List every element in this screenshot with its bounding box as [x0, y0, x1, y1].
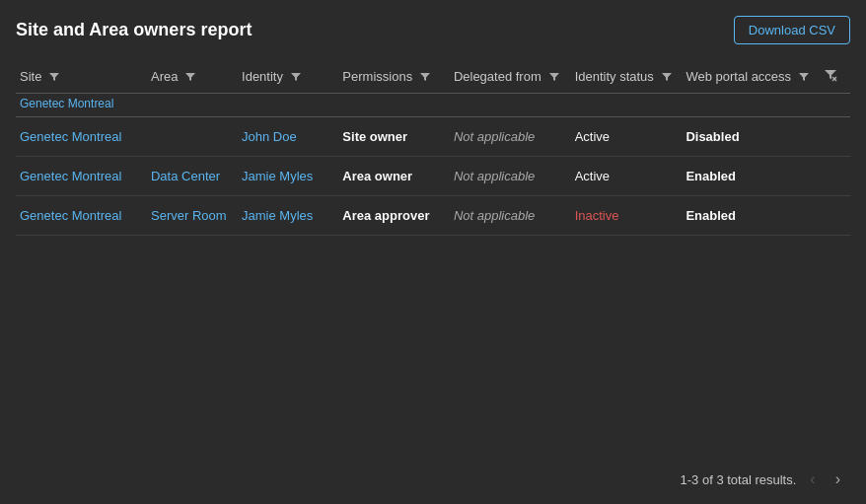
cell-delegated-from-0: Not applicable [450, 117, 571, 157]
table-header-row: Site Area [16, 60, 850, 94]
pagination-text: 1-3 of 3 total results. [681, 472, 797, 487]
col-header-clear-filters[interactable] [820, 60, 850, 94]
cell-permissions-0: Site owner [338, 117, 450, 157]
identity-link-2[interactable]: Jamie Myles [242, 208, 313, 223]
cell-web-portal-access-2: Enabled [682, 196, 820, 236]
col-header-area: Area [147, 60, 238, 94]
identity-status-filter-icon[interactable] [662, 72, 672, 82]
identity-link-1[interactable]: Jamie Myles [242, 169, 313, 183]
col-header-permissions: Permissions [338, 60, 450, 94]
web-portal-value-2: Enabled [686, 208, 736, 223]
cell-identity-status-0: Active [571, 117, 683, 157]
col-header-site: Site [16, 60, 147, 94]
cell-area-0 [147, 117, 238, 157]
table-row: Genetec Montreal Data Center Jamie Myles… [16, 157, 850, 196]
cell-site-1: Genetec Montreal [16, 157, 147, 196]
col-header-web-portal-access: Web portal access [682, 60, 820, 94]
area-link-1[interactable]: Data Center [151, 169, 220, 183]
cell-permissions-2: Area approver [338, 196, 450, 236]
table-wrapper: Site Area [16, 60, 850, 459]
owners-table: Site Area [16, 60, 850, 236]
clear-all-filters-icon[interactable] [824, 70, 837, 85]
site-link-1[interactable]: Genetec Montreal [20, 169, 121, 183]
cell-permissions-1: Area owner [338, 157, 450, 196]
cell-identity-1: Jamie Myles [238, 157, 338, 196]
cell-identity-0: John Doe [238, 117, 338, 157]
cell-delegated-from-2: Not applicable [450, 196, 571, 236]
identity-status-value-2: Inactive [575, 208, 619, 223]
cell-empty-2 [820, 196, 850, 236]
identity-status-value-1: Active [575, 169, 610, 183]
site-filter-icon[interactable] [49, 72, 59, 82]
delegated-filter-icon[interactable] [549, 72, 559, 82]
identity-link-0[interactable]: John Doe [242, 129, 297, 144]
cell-empty-1 [820, 157, 850, 196]
cell-identity-status-1: Active [571, 157, 683, 196]
cell-web-portal-access-0: Disabled [682, 117, 820, 157]
page-title: Site and Area owners report [16, 20, 252, 40]
identity-filter-icon[interactable] [291, 72, 301, 82]
cell-web-portal-access-1: Enabled [682, 157, 820, 196]
filter-active-row: Genetec Montreal [16, 94, 850, 117]
table-body: Genetec Montreal John Doe Site owner Not… [16, 117, 850, 236]
col-header-identity: Identity [238, 60, 338, 94]
identity-status-value-0: Active [575, 129, 610, 144]
cell-site-2: Genetec Montreal [16, 196, 147, 236]
web-portal-filter-icon[interactable] [799, 72, 809, 82]
web-portal-value-0: Disabled [686, 129, 739, 144]
table-row: Genetec Montreal Server Room Jamie Myles… [16, 196, 850, 236]
col-header-identity-status: Identity status [571, 60, 683, 94]
cell-delegated-from-1: Not applicable [450, 157, 571, 196]
area-link-2[interactable]: Server Room [151, 208, 227, 223]
cell-site-0: Genetec Montreal [16, 117, 147, 157]
cell-identity-status-2: Inactive [571, 196, 683, 236]
site-link-0[interactable]: Genetec Montreal [20, 129, 121, 144]
prev-page-button[interactable]: ‹ [804, 468, 821, 490]
web-portal-value-1: Enabled [686, 169, 736, 183]
table-row: Genetec Montreal John Doe Site owner Not… [16, 117, 850, 157]
cell-area-2: Server Room [147, 196, 238, 236]
next-page-button[interactable]: › [830, 468, 846, 490]
permissions-filter-icon[interactable] [420, 72, 430, 82]
cell-identity-2: Jamie Myles [238, 196, 338, 236]
header: Site and Area owners report Download CSV [16, 16, 850, 44]
site-filter-value: Genetec Montreal [20, 97, 113, 110]
footer: 1-3 of 3 total results. ‹ › [16, 459, 850, 494]
cell-empty-0 [820, 117, 850, 157]
col-header-delegated-from: Delegated from [450, 60, 571, 94]
cell-area-1: Data Center [147, 157, 238, 196]
download-csv-button[interactable]: Download CSV [734, 16, 850, 44]
site-link-2[interactable]: Genetec Montreal [20, 208, 121, 223]
area-filter-icon[interactable] [185, 72, 195, 82]
